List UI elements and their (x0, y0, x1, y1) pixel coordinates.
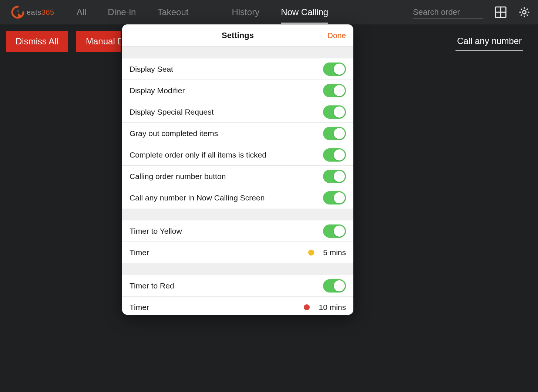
logo: eats365 (11, 6, 54, 19)
row-calling-order-number-button: Calling order number button (122, 166, 353, 187)
done-button[interactable]: Done (327, 31, 346, 40)
gear-icon[interactable] (518, 6, 531, 18)
section-gap (122, 263, 353, 275)
row-label: Calling order number button (130, 172, 323, 181)
toggle-display-seat[interactable] (323, 62, 346, 76)
toggle-call-any-now-calling[interactable] (323, 191, 346, 205)
settings-section-timer-red: Timer to Red Timer 10 mins (122, 275, 353, 315)
toggle-gray-out-completed[interactable] (323, 127, 346, 140)
row-label: Gray out completed items (130, 129, 323, 138)
row-display-modifier: Display Modifier (122, 80, 353, 101)
settings-section-general: Display Seat Display Modifier Display Sp… (122, 58, 353, 209)
manual-dismiss-button[interactable]: Manual Dismiss (76, 31, 121, 52)
section-gap (122, 47, 353, 58)
row-label: Timer to Yellow (130, 227, 323, 236)
row-label: Timer to Red (130, 281, 323, 290)
header-right (413, 6, 531, 19)
toggle-complete-if-all-ticked[interactable] (323, 148, 346, 162)
grid-icon[interactable] (494, 6, 507, 18)
row-display-seat: Display Seat (122, 58, 353, 80)
tab-takeout[interactable]: Takeout (157, 0, 188, 24)
row-complete-if-all-ticked: Complete order only if all items is tick… (122, 144, 353, 166)
dismiss-all-button[interactable]: Dismiss All (6, 31, 68, 52)
toggle-timer-to-red[interactable] (323, 279, 346, 293)
toggle-timer-to-yellow[interactable] (323, 224, 346, 238)
nav-divider (210, 7, 210, 18)
logo-text: eats365 (27, 8, 54, 17)
modal-body[interactable]: Display Seat Display Modifier Display Sp… (122, 47, 353, 315)
row-gray-out-completed: Gray out completed items (122, 123, 353, 144)
toggle-display-modifier[interactable] (323, 84, 346, 97)
tab-all[interactable]: All (77, 0, 87, 24)
section-gap (122, 209, 353, 220)
row-value: 10 mins (319, 303, 346, 312)
svg-point-4 (522, 10, 526, 14)
row-label: Timer (130, 248, 308, 257)
dot-yellow-icon (308, 250, 314, 256)
row-call-any-now-calling: Call any number in Now Calling Screen (122, 187, 353, 209)
row-label: Call any number in Now Calling Screen (130, 193, 323, 202)
tab-dine-in[interactable]: Dine-in (108, 0, 136, 24)
tab-now-calling[interactable]: Now Calling (281, 0, 328, 24)
row-display-special-request: Display Special Request (122, 101, 353, 123)
toggle-calling-order-number-button[interactable] (323, 170, 346, 183)
settings-section-timer-yellow: Timer to Yellow Timer 5 mins (122, 220, 353, 263)
row-timer-red-value[interactable]: Timer 10 mins (122, 297, 353, 315)
row-label: Display Modifier (130, 86, 323, 95)
tab-history[interactable]: History (232, 0, 259, 24)
row-value: 5 mins (323, 248, 346, 257)
toggle-display-special-request[interactable] (323, 105, 346, 119)
row-timer-to-yellow: Timer to Yellow (122, 220, 353, 242)
row-label: Complete order only if all items is tick… (130, 151, 323, 159)
row-label: Timer (130, 303, 304, 312)
app-header: eats365 All Dine-in Takeout History Now … (0, 0, 538, 24)
logo-icon (11, 6, 24, 19)
modal-title: Settings (222, 31, 254, 40)
svg-point-0 (17, 10, 19, 12)
row-timer-yellow-value[interactable]: Timer 5 mins (122, 242, 353, 263)
row-timer-to-red: Timer to Red (122, 275, 353, 297)
modal-header: Settings Done (122, 24, 353, 47)
search-input[interactable] (413, 6, 483, 19)
settings-modal: Settings Done Display Seat Display Modif… (122, 24, 353, 315)
row-label: Display Seat (130, 65, 323, 74)
call-any-number-button[interactable]: Call any number (455, 32, 523, 51)
nav-tabs: All Dine-in Takeout History Now Calling (77, 0, 329, 24)
dot-red-icon (304, 304, 310, 310)
row-label: Display Special Request (130, 108, 323, 116)
